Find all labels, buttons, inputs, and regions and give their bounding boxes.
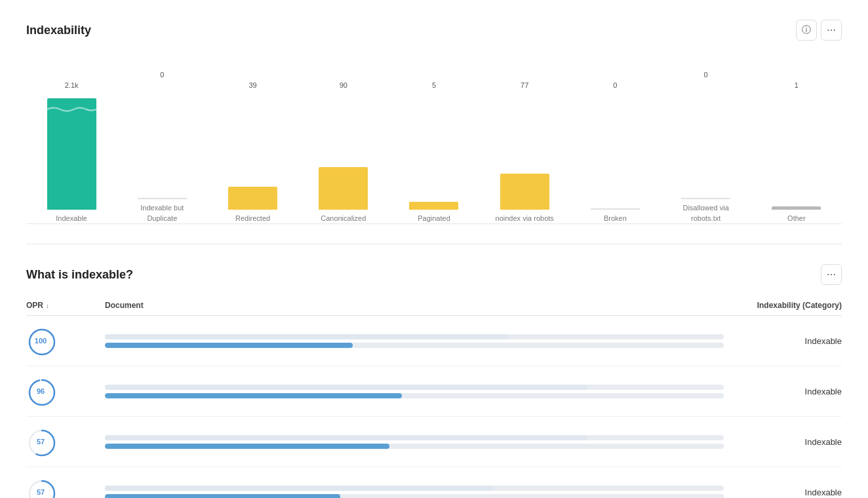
bar-label-canonicalized: Canonicalized (321, 214, 366, 223)
bar-label-other: Other (787, 214, 806, 223)
indexability-label-2: Indexable (724, 437, 842, 447)
bar-zero-indexable-duplicate (138, 198, 187, 199)
bar-label-redirected: Redirected (235, 214, 270, 223)
bar-label-indexable-duplicate: Indexable butDuplicate (140, 203, 184, 223)
doc-bar-bg-bottom-3 (105, 494, 724, 499)
indexability-label-1: Indexable (724, 387, 842, 396)
table-row[interactable]: 57 Indexable (26, 467, 842, 498)
doc-col-3 (105, 486, 724, 499)
indexability-label-0: Indexable (724, 336, 842, 346)
page-title: Indexability (26, 24, 91, 37)
section2-title: What is indexable? (26, 268, 133, 282)
doc-bar-fill-bottom-3 (105, 494, 340, 499)
opr-circle-3: 57 (26, 478, 55, 498)
bar-paginated (409, 202, 458, 210)
bar-canonicalized (319, 167, 368, 210)
section2-header: What is indexable? ⋯ (26, 264, 842, 285)
section-divider (26, 244, 842, 244)
bar-label-broken: Broken (604, 214, 627, 223)
bar-value-redirected: 39 (248, 81, 256, 89)
bar-value-other: 1 (795, 81, 799, 89)
section2-more-button[interactable]: ⋯ (821, 264, 842, 285)
bar-zero-broken (591, 208, 640, 210)
bar-group-other: 1Other (751, 81, 842, 223)
doc-bar-bg-top-0 (105, 334, 724, 339)
bar-indexable (47, 98, 96, 210)
bar-container-indexable-duplicate (117, 81, 207, 199)
bar-value-noindex-robots: 77 (521, 81, 528, 89)
doc-col-1 (105, 385, 724, 398)
bar-group-disallowed: 0Disallowed viarobots.txt (661, 71, 751, 223)
opr-circle-0: 100 (26, 326, 55, 355)
svg-point-1 (30, 330, 54, 354)
doc-bar-fill-bottom-1 (105, 393, 402, 398)
bar-other (772, 206, 821, 210)
doc-bar-fill-top-0 (105, 334, 507, 339)
opr-col-3: 57 (26, 478, 105, 498)
table-body: 100 Indexable 96 Indexable 57 Indexable … (26, 316, 842, 498)
bar-value-indexable-duplicate: 0 (160, 71, 164, 79)
bar-noindex-robots (500, 174, 549, 210)
col-header-opr[interactable]: OPR ↓ (26, 301, 105, 310)
doc-bar-bg-top-2 (105, 435, 724, 440)
opr-circle-1: 96 (26, 377, 55, 406)
more-options-button[interactable]: ⋯ (821, 20, 842, 41)
doc-bar-bg-top-3 (105, 486, 724, 491)
bar-value-disallowed: 0 (704, 71, 708, 79)
table-row[interactable]: 96 Indexable (26, 366, 842, 417)
bar-container-canonicalized (298, 92, 389, 210)
doc-bar-bg-top-1 (105, 385, 724, 390)
opr-circle-2: 57 (26, 427, 55, 456)
bar-container-disallowed (661, 81, 751, 199)
section1-header: Indexability ⓘ ⋯ (26, 20, 842, 41)
opr-label: OPR (26, 301, 43, 310)
doc-col-2 (105, 435, 724, 449)
col-header-indexability: Indexability (Category) (724, 301, 842, 310)
svg-point-3 (30, 380, 54, 405)
bar-group-indexable: 2.1k Indexable (26, 81, 117, 223)
bar-value-paginated: 5 (432, 81, 436, 89)
bar-label-noindex-robots: noindex via robots (496, 214, 554, 223)
progress-ring-svg (26, 427, 58, 459)
progress-ring-svg (26, 377, 58, 408)
opr-col-2: 57 (26, 427, 105, 456)
doc-col-0 (105, 334, 724, 348)
info-button[interactable]: ⓘ (796, 20, 817, 41)
table-header: OPR ↓ Document Indexability (Category) (26, 296, 842, 316)
indexability-label-3: Indexable (724, 488, 842, 497)
bar-container-indexable (26, 92, 117, 210)
bar-value-canonicalized: 90 (340, 81, 347, 89)
indexability-chart: 2.1k Indexable0Indexable butDuplicate39R… (26, 54, 842, 224)
page: Indexability ⓘ ⋯ 2.1k Indexable0Indexabl… (0, 0, 868, 498)
bar-container-paginated (389, 92, 479, 210)
col-header-doc: Document (105, 301, 724, 310)
bar-group-broken: 0Broken (570, 81, 660, 223)
progress-ring-svg (26, 326, 58, 358)
doc-bar-fill-bottom-2 (105, 444, 389, 449)
doc-bar-bg-bottom-2 (105, 444, 724, 449)
sort-icon: ↓ (46, 302, 49, 309)
table-row[interactable]: 57 Indexable (26, 417, 842, 467)
bar-redirected (228, 187, 277, 210)
bar-group-indexable-duplicate: 0Indexable butDuplicate (117, 71, 207, 223)
bar-container-noindex-robots (479, 92, 570, 210)
bar-label-indexable: Indexable (56, 214, 87, 223)
doc-bar-fill-top-3 (105, 486, 495, 491)
toolbar: ⓘ ⋯ (796, 20, 842, 41)
doc-bar-fill-bottom-0 (105, 343, 353, 348)
table-row[interactable]: 100 Indexable (26, 316, 842, 366)
bar-group-canonicalized: 90Canonicalized (298, 81, 389, 223)
bar-value-indexable: 2.1k (65, 81, 79, 89)
bar-value-broken: 0 (613, 81, 617, 89)
bar-group-noindex-robots: 77noindex via robots (479, 81, 570, 223)
bar-label-disallowed: Disallowed viarobots.txt (682, 203, 728, 223)
opr-col-0: 100 (26, 326, 105, 355)
bar-container-other (751, 92, 842, 210)
doc-bar-bg-bottom-1 (105, 393, 724, 398)
opr-col-1: 96 (26, 377, 105, 406)
doc-bar-fill-top-1 (105, 385, 587, 390)
bar-group-redirected: 39Redirected (207, 81, 298, 223)
bar-label-paginated: Paginated (418, 214, 450, 223)
bar-container-broken (570, 92, 660, 210)
bar-group-paginated: 5Paginated (389, 81, 479, 223)
